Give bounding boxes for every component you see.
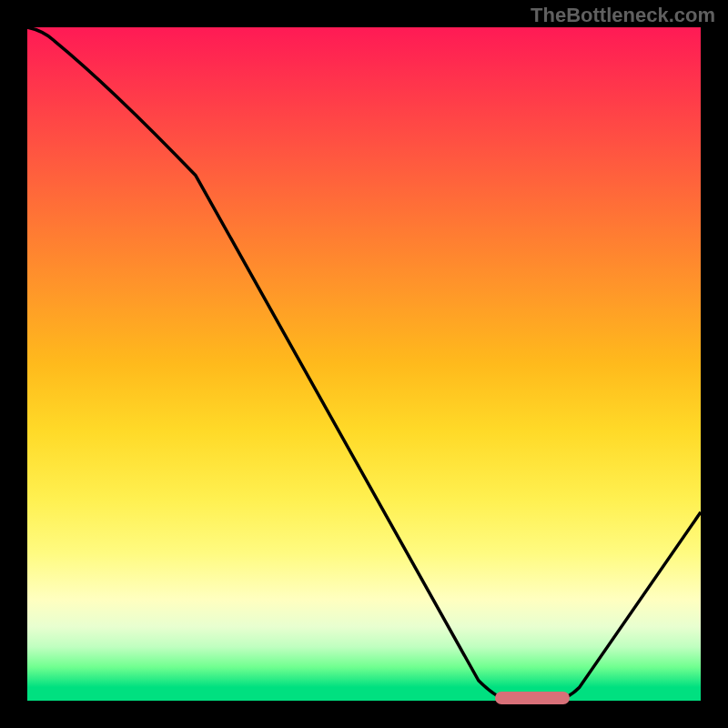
flat-region-marker [495,692,570,704]
chart-curve-layer [27,27,701,701]
chart-plot-area [27,27,701,701]
watermark-text: TheBottleneck.com [531,4,715,27]
bottleneck-curve [27,27,701,701]
